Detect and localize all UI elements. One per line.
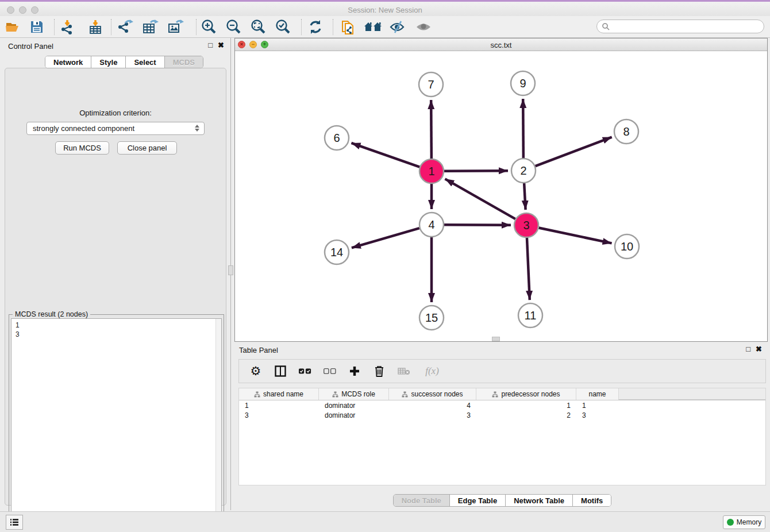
graph-node-1[interactable]: 1 — [419, 159, 444, 183]
save-session-icon[interactable] — [27, 18, 47, 36]
tab-network-table[interactable]: Network Table — [506, 495, 573, 506]
graph-node-10[interactable]: 10 — [615, 234, 639, 259]
optimization-criterion-select[interactable]: strongly connected component — [26, 122, 205, 135]
table-row[interactable]: 3dominator323 — [239, 410, 765, 420]
node-label: 1 — [428, 165, 434, 178]
edge-4-14[interactable] — [352, 228, 419, 248]
zoom-fit-icon[interactable] — [248, 18, 268, 36]
horizontal-splitter-grip[interactable] — [492, 337, 500, 341]
column-type-icon — [402, 391, 408, 398]
control-panel: Control Panel □ ✖ NetworkStyleSelectMCDS… — [0, 38, 231, 511]
tab-motifs[interactable]: Motifs — [573, 495, 611, 506]
function-builder-icon[interactable]: f(x) — [422, 364, 442, 378]
tab-select[interactable]: Select — [126, 56, 164, 68]
table-cell: 3 — [389, 410, 476, 420]
close-panel-button[interactable]: Close panel — [117, 141, 177, 155]
edge-3-1[interactable] — [445, 179, 515, 219]
edge-3-10[interactable] — [539, 228, 612, 244]
table-cell: 4 — [389, 400, 476, 410]
refresh-icon[interactable] — [306, 18, 325, 36]
toolbar-separator — [333, 19, 333, 35]
table-panel-tabs: Node TableEdge TableNetwork TableMotifs — [393, 494, 612, 507]
column-header-name[interactable]: name — [576, 388, 619, 400]
network-window-titlebar[interactable]: × − + scc.txt — [235, 38, 767, 51]
duplicate-network-icon[interactable] — [338, 18, 357, 36]
graph-node-4[interactable]: 4 — [419, 213, 444, 237]
select-all-columns-icon[interactable] — [299, 364, 311, 378]
export-network-icon[interactable] — [116, 18, 135, 36]
search-field[interactable] — [596, 20, 764, 33]
column-header-predecessor-nodes[interactable]: predecessor nodes — [476, 388, 576, 400]
import-network-icon[interactable] — [58, 18, 78, 36]
home-icon[interactable] — [363, 18, 383, 36]
edge-1-7[interactable] — [431, 100, 432, 159]
column-header-label: successor nodes — [411, 390, 463, 398]
table-cell: 3 — [576, 410, 619, 420]
export-table-icon[interactable] — [141, 18, 160, 36]
graph-node-9[interactable]: 9 — [511, 71, 535, 95]
column-header-label: MCDS role — [341, 390, 375, 398]
graph-node-15[interactable]: 15 — [419, 306, 444, 330]
hide-panels-eye-icon[interactable] — [388, 18, 407, 36]
deselect-all-columns-icon[interactable] — [324, 364, 336, 378]
close-panel-icon[interactable]: ✖ — [218, 41, 224, 49]
zoom-selected-icon[interactable] — [273, 18, 292, 36]
vertical-splitter-grip[interactable] — [228, 265, 233, 275]
search-input[interactable] — [612, 21, 764, 32]
network-canvas[interactable]: 7968124314101511 — [235, 51, 767, 341]
column-header-label: name — [588, 390, 606, 398]
tab-style[interactable]: Style — [91, 56, 126, 68]
edge-3-11[interactable] — [527, 238, 530, 300]
float-table-panel-icon[interactable]: □ — [746, 345, 750, 353]
graph-node-2[interactable]: 2 — [511, 159, 536, 183]
graph-node-7[interactable]: 7 — [419, 72, 443, 97]
edge-2-9[interactable] — [523, 99, 523, 158]
add-column-icon[interactable] — [348, 364, 361, 378]
result-scrollbar[interactable] — [215, 319, 221, 530]
show-panels-eye-icon[interactable] — [414, 18, 433, 36]
edge-2-3[interactable] — [524, 183, 525, 210]
run-mcds-button[interactable]: Run MCDS — [55, 141, 109, 155]
tab-node-table[interactable]: Node Table — [394, 495, 450, 506]
float-panel-icon[interactable]: □ — [208, 41, 213, 49]
zoom-out-icon[interactable] — [224, 18, 243, 36]
tab-network[interactable]: Network — [45, 56, 91, 68]
tab-mcds[interactable]: MCDS — [165, 56, 203, 68]
graph-node-8[interactable]: 8 — [614, 119, 638, 144]
import-table-icon[interactable] — [86, 18, 105, 36]
control-panel-title: Control Panel — [8, 42, 53, 51]
settings-gear-icon[interactable]: ⚙ — [249, 364, 262, 378]
node-table[interactable]: shared nameMCDS rolesuccessor nodesprede… — [238, 388, 766, 485]
export-image-icon[interactable] — [166, 18, 186, 36]
edge-1-6[interactable] — [351, 143, 419, 167]
column-header-shared-name[interactable]: shared name — [239, 388, 319, 400]
mcds-result-title: MCDS result (2 nodes) — [13, 310, 90, 318]
delete-column-icon[interactable] — [373, 364, 386, 378]
control-panel-tabs: NetworkStyleSelectMCDS — [45, 56, 203, 68]
mcds-result-text[interactable]: 13 — [11, 318, 222, 530]
node-label: 8 — [623, 125, 629, 138]
session-title: Session: New Session — [0, 6, 770, 14]
toolbar-separator — [111, 19, 111, 35]
edge-1-2[interactable] — [444, 171, 508, 171]
delete-table-icon[interactable] — [398, 364, 410, 378]
split-panel-icon[interactable] — [274, 364, 287, 378]
graph-node-11[interactable]: 11 — [518, 303, 542, 327]
graph-node-3[interactable]: 3 — [514, 213, 538, 237]
node-label: 9 — [519, 77, 526, 90]
column-header-successor-nodes[interactable]: successor nodes — [389, 388, 476, 400]
search-icon — [602, 22, 610, 30]
table-panel: Table Panel □ ✖ ⚙ — [234, 342, 770, 510]
column-header-MCDS-role[interactable]: MCDS role — [319, 388, 389, 400]
open-session-icon[interactable] — [3, 18, 22, 36]
edge-4-3[interactable] — [444, 225, 511, 225]
task-history-button[interactable] — [6, 515, 23, 530]
table-row[interactable]: 1dominator411 — [239, 400, 765, 410]
close-table-panel-icon[interactable]: ✖ — [756, 345, 762, 353]
zoom-in-icon[interactable] — [199, 18, 218, 36]
graph-node-6[interactable]: 6 — [325, 126, 349, 150]
edge-2-8[interactable] — [536, 137, 612, 167]
tab-edge-table[interactable]: Edge Table — [450, 495, 506, 506]
memory-button[interactable]: Memory — [723, 515, 765, 529]
graph-node-14[interactable]: 14 — [325, 240, 349, 264]
